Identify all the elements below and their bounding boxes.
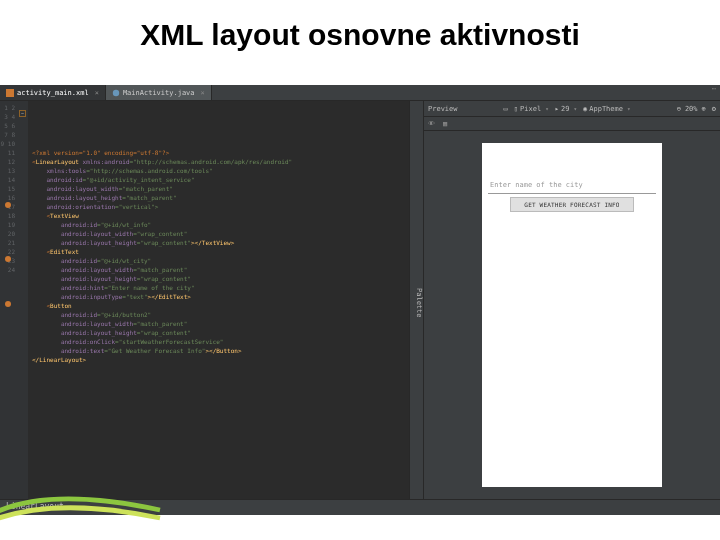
- ide-window: activity_main.xml × MainActivity.java × …: [0, 85, 720, 515]
- java-file-icon: [112, 89, 120, 97]
- svg-point-1: [113, 89, 119, 95]
- xml-file-icon: [6, 89, 14, 97]
- eye-icon[interactable]: 👁: [428, 120, 435, 128]
- warning-icon: [5, 301, 11, 307]
- fold-toggle[interactable]: −: [19, 110, 26, 117]
- zoom-level: 20%: [685, 105, 698, 113]
- preview-button: GET WEATHER FORECAST INFO: [510, 197, 634, 212]
- tab-label: activity_main.xml: [17, 89, 89, 97]
- close-icon[interactable]: ×: [201, 89, 205, 97]
- preview-edittext: Enter name of the city: [488, 177, 656, 194]
- blueprint-icon[interactable]: ▦: [443, 120, 447, 128]
- close-icon[interactable]: ×: [95, 89, 99, 97]
- svg-rect-0: [6, 89, 14, 97]
- tab-activity-main-xml[interactable]: activity_main.xml ×: [0, 85, 106, 100]
- slide-title: XML layout osnovne aktivnosti: [0, 0, 720, 62]
- tab-overflow-icon[interactable]: ⋯: [708, 85, 720, 100]
- zoom-in-button[interactable]: ⊕: [702, 105, 706, 113]
- tab-label: MainActivity.java: [123, 89, 195, 97]
- preview-view-options: 👁 ▦: [424, 117, 720, 131]
- breadcrumb-bar[interactable]: LinearLayout: [0, 499, 720, 515]
- palette-tool-tab[interactable]: Palette: [410, 101, 424, 499]
- device-frame: Enter name of the city GET WEATHER FOREC…: [482, 143, 662, 487]
- fold-gutter: −: [18, 101, 28, 499]
- code-area[interactable]: <?xml version="1.0" encoding="utf-8"?> <…: [28, 101, 409, 499]
- line-number-gutter: 1 2 3 4 5 6 7 8 9 10 11 12 13 14 15 16 1…: [0, 101, 18, 499]
- code-editor[interactable]: 1 2 3 4 5 6 7 8 9 10 11 12 13 14 15 16 1…: [0, 101, 410, 499]
- editor-tab-bar: activity_main.xml × MainActivity.java × …: [0, 85, 720, 101]
- warning-icon: [5, 202, 11, 208]
- tab-main-activity-java[interactable]: MainActivity.java ×: [106, 85, 212, 100]
- layout-preview-pane: Palette Preview ▭ ▯ Pixel ▸ 29 ◉ AppThem…: [410, 101, 720, 499]
- warning-icon: [5, 256, 11, 262]
- device-selector[interactable]: ▯ Pixel: [514, 105, 549, 113]
- preview-toolbar: Preview ▭ ▯ Pixel ▸ 29 ◉ AppTheme ⊖ 20% …: [424, 101, 720, 117]
- gear-icon[interactable]: ⚙: [712, 105, 716, 113]
- theme-selector[interactable]: ◉ AppTheme: [583, 105, 631, 113]
- zoom-out-button[interactable]: ⊖: [677, 105, 681, 113]
- api-selector[interactable]: ▸ 29: [555, 105, 577, 113]
- preview-title: Preview: [428, 105, 458, 113]
- orientation-icon[interactable]: ▭: [504, 105, 508, 113]
- preview-canvas[interactable]: Enter name of the city GET WEATHER FOREC…: [424, 131, 720, 499]
